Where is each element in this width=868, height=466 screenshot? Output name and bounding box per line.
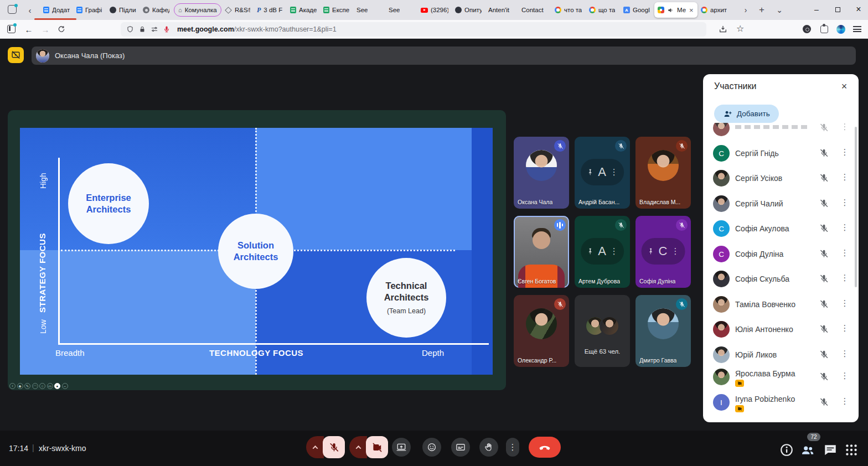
tile-hover-controls[interactable]: A ⋮ [581, 238, 624, 265]
more-options-icon[interactable]: ⋮ [671, 246, 679, 256]
participant-row-clipped[interactable]: ⋮ [703, 123, 859, 140]
browser-tab-container[interactable]: ⌂ Комуналка [173, 2, 221, 18]
browser-tab[interactable]: архит [698, 2, 731, 18]
video-tile-andriy[interactable]: A ⋮ Андрій Басан... [575, 137, 630, 209]
mic-permission-icon[interactable] [163, 25, 170, 33]
reload-button[interactable] [58, 25, 65, 33]
more-options-icon[interactable]: ⋮ [610, 167, 618, 177]
raise-hand-button[interactable] [479, 438, 498, 457]
bookmark-star-icon[interactable]: ☆ [736, 23, 744, 34]
browser-tab[interactable]: Акаде [287, 2, 320, 18]
browser-tab[interactable]: R&S® [221, 2, 254, 18]
tile-hover-controls[interactable]: C ⋮ [642, 238, 685, 265]
participant-menu-icon[interactable]: ⋮ [840, 323, 849, 334]
shield-icon[interactable] [126, 25, 134, 33]
browser-tab[interactable]: (3296) [417, 2, 452, 18]
mic-toggle-button-muted[interactable] [323, 436, 345, 458]
participant-row[interactable]: I Iryna Pobizhenko ⋮ [703, 390, 859, 419]
panel-scrollbar[interactable] [855, 127, 857, 287]
browser-tab[interactable]: Кафед [140, 2, 173, 18]
video-tile-sofia-d[interactable]: C ⋮ Софія Дуліна [636, 216, 691, 288]
browser-tab[interactable]: Опиту [452, 2, 485, 18]
participant-row[interactable]: Юрій Ликов ⋮ [703, 343, 859, 367]
browser-tab[interactable]: See [385, 2, 417, 18]
participant-menu-icon[interactable]: ⋮ [840, 222, 849, 234]
participant-menu-icon[interactable]: ⋮ [840, 396, 849, 407]
participant-menu-icon[interactable]: ⋮ [840, 273, 849, 284]
save-to-library-icon[interactable] [719, 25, 727, 34]
participant-menu-icon[interactable]: ⋮ [840, 349, 849, 360]
browser-tab[interactable]: Графі [73, 2, 106, 18]
more-options-icon[interactable]: ⋮ [610, 246, 618, 256]
camera-toggle-button-off[interactable] [366, 436, 388, 458]
chat-button[interactable] [823, 443, 838, 457]
browser-tab[interactable]: Anten'it – [485, 2, 518, 18]
video-tile-oksana[interactable]: Оксана Чала [514, 137, 569, 209]
address-bar[interactable]: meet.google.com/xkr-swxk-kmo?authuser=1&… [121, 22, 706, 37]
extension-icon[interactable] [803, 25, 811, 33]
activities-button[interactable] [844, 443, 859, 457]
extensions-puzzle-icon[interactable] [820, 25, 828, 33]
tab-close-icon[interactable]: × [689, 6, 694, 14]
participants-list[interactable]: ⋮ C Сергій Гнідь ⋮ Сергій Усіков ⋮ Сергі… [703, 123, 859, 419]
browser-tab[interactable]: що та [586, 2, 620, 18]
participant-menu-icon[interactable]: ⋮ [840, 147, 849, 158]
menu-hamburger-icon[interactable] [853, 26, 861, 32]
window-minimize-button[interactable]: – [806, 0, 827, 19]
participant-menu-icon[interactable]: ⋮ [840, 198, 849, 209]
mic-options-button[interactable] [306, 436, 324, 458]
participant-row[interactable]: Таміла Вовченко ⋮ [703, 292, 859, 317]
participant-row[interactable]: Ярослава Бурма ⋮ [703, 365, 859, 393]
tile-hover-controls[interactable]: A ⋮ [581, 159, 624, 185]
participant-row[interactable]: C Сергій Гнідь ⋮ [703, 141, 859, 165]
participant-row[interactable]: Сергій Усіков ⋮ [703, 166, 859, 190]
extension-icon[interactable] [836, 25, 845, 34]
forward-button[interactable]: → [39, 23, 52, 36]
browser-tab[interactable]: Contact U [518, 2, 551, 18]
presenter-banner[interactable]: Оксана Чала (Показ) [32, 46, 856, 65]
meeting-details-button[interactable] [779, 443, 794, 457]
firefox-view-icon[interactable] [8, 5, 17, 14]
participant-menu-icon[interactable]: ⋮ [840, 298, 849, 309]
video-tile-dmytro[interactable]: Дмитро Гавва [636, 295, 691, 367]
reactions-button[interactable] [422, 438, 441, 457]
participant-row[interactable]: Сергій Чалий ⋮ [703, 191, 859, 216]
participant-row[interactable]: C Софія Акулова ⋮ [703, 216, 859, 241]
participant-menu-icon[interactable]: ⋮ [840, 123, 849, 133]
participant-row[interactable]: C Софія Дуліна ⋮ [703, 242, 859, 266]
pin-icon[interactable] [586, 247, 594, 255]
panel-close-button[interactable]: × [838, 80, 851, 93]
participant-row[interactable]: Софія Скульба ⋮ [703, 267, 859, 291]
browser-tab[interactable]: Підли [106, 2, 140, 18]
participant-row[interactable]: Юлія Антоненко ⋮ [703, 317, 859, 341]
browser-tab[interactable]: Додат [40, 2, 73, 18]
window-restore-button[interactable] [827, 0, 848, 19]
participants-button[interactable] [800, 443, 815, 457]
permissions-icon[interactable] [151, 25, 158, 33]
browser-tab[interactable]: что та [551, 2, 586, 18]
pin-icon[interactable] [586, 168, 594, 176]
video-tile-more-people[interactable]: Ещё 63 чел. [575, 295, 630, 367]
browser-tab[interactable]: P3 dB F [254, 2, 287, 18]
participant-menu-icon[interactable]: ⋮ [840, 248, 849, 259]
video-tile-yevhen-speaking[interactable]: Євген Богатов [514, 216, 569, 288]
video-tile-artem[interactable]: A ⋮ Артем Дуброва [575, 216, 630, 288]
captions-button[interactable] [451, 438, 470, 457]
sidebar-icon[interactable] [7, 25, 16, 33]
camera-options-button[interactable] [349, 436, 367, 458]
tab-audio-speaker-icon[interactable] [667, 7, 674, 14]
participant-menu-icon[interactable]: ⋮ [840, 371, 849, 382]
browser-tab[interactable]: Експе [320, 2, 353, 18]
video-tile-oleksandr[interactable]: Олександр Р... [514, 295, 569, 367]
presentation-hidden-button[interactable] [8, 47, 24, 63]
leave-call-button[interactable] [529, 437, 561, 458]
more-options-button[interactable]: ⋮ [506, 438, 519, 457]
browser-tab-active-meet[interactable]: Ме × [654, 2, 698, 18]
add-participant-button[interactable]: Добавить [714, 105, 779, 123]
tab-scroll-left-button[interactable]: ‹ [23, 3, 37, 17]
present-screen-button[interactable] [392, 438, 411, 457]
video-tile-vladyslav[interactable]: Владислав М... [636, 137, 691, 209]
new-tab-button[interactable]: + [755, 3, 768, 17]
tab-scroll-right-button[interactable]: › [739, 3, 752, 17]
pin-icon[interactable] [647, 247, 655, 255]
